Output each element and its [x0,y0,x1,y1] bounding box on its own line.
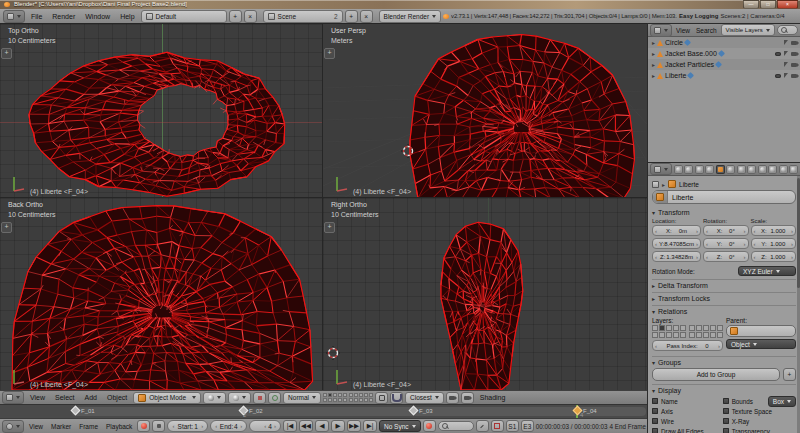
transform-panel-header[interactable]: Transform [652,207,796,216]
tab-constraints-icon[interactable] [726,165,735,174]
layout-add-button[interactable]: + [229,10,242,23]
selectable-icon[interactable] [784,40,788,45]
lock-button[interactable] [375,392,388,404]
viewport-top-ortho[interactable]: Top Ortho 10 Centimeters (4) Liberte <F_… [0,24,322,197]
toolshelf-expand-button[interactable] [1,222,12,233]
clear-take-button[interactable] [491,420,504,432]
selectable-icon[interactable] [784,51,788,56]
renderable-icon[interactable] [791,74,797,78]
delta-transform-panel-header[interactable]: Delta Transform [652,279,796,289]
option-axis[interactable]: Axis [652,406,719,416]
location-x-field[interactable]: X:0m [652,225,701,236]
menu-view[interactable]: View [26,423,46,430]
option-bounds[interactable]: BoundsBox [723,396,796,406]
menu-frame[interactable]: Frame [76,423,101,430]
prev-keyframe-button[interactable]: ◀◀ [299,420,313,432]
outliner-search-input[interactable] [777,25,798,35]
outliner-item-jacket-particles[interactable]: Jacket Particles [648,59,800,70]
scale-x-field[interactable]: X:1.000 [751,225,796,236]
play-reverse-button[interactable]: ◀ [315,420,329,432]
snap-target-selector[interactable]: Closest [405,392,444,404]
tab-scene-icon[interactable] [695,165,704,174]
render-still-button[interactable] [446,392,459,404]
tab-texture-icon[interactable] [768,165,777,174]
pivot-selector[interactable] [228,392,251,404]
expand-icon[interactable] [652,72,655,79]
jump-end-button[interactable]: ▶| [363,420,377,432]
pass-index-field[interactable]: Pass Index:0 [652,340,723,351]
location-z-field[interactable]: Z:1.34828m [652,251,701,262]
minimize-button[interactable]: — [743,0,759,9]
scale-y-field[interactable]: Y:1.000 [751,238,796,249]
menu-playback[interactable]: Playback [103,423,135,430]
e3-button[interactable]: E3 [521,420,534,432]
expand-icon[interactable] [652,39,655,46]
transform-locks-panel-header[interactable]: Transform Locks [652,292,796,302]
viewport-right-ortho[interactable]: Right Ortho 10 Centimeters (4) Liberte <… [323,198,648,390]
add-to-group-button[interactable]: Add to Group [652,368,780,381]
scale-z-field[interactable]: Z:1.000 [751,251,796,262]
groups-panel-header[interactable]: Groups [652,356,796,366]
viewport-shading-selector[interactable] [203,392,226,404]
editor-type-button[interactable] [650,163,672,175]
play-button[interactable]: ▶ [331,420,345,432]
outliner-item-liberte[interactable]: Liberte [648,70,800,81]
menu-view[interactable]: View [674,27,692,34]
scene-add-button[interactable]: + [345,10,358,23]
expand-icon[interactable] [652,61,655,68]
autokey-toggle[interactable] [137,420,150,432]
timeline-marker-active[interactable]: F_04 [574,407,597,414]
toolshelf-expand-button[interactable] [324,48,335,59]
layout-delete-button[interactable]: × [244,10,257,23]
menu-help[interactable]: Help [116,13,138,20]
parent-type-selector[interactable]: Object [726,339,796,349]
edit-take-button[interactable] [476,420,489,432]
menu-search[interactable]: Search [694,27,719,34]
render-anim-button[interactable] [461,392,474,404]
shading-menu[interactable]: Shading [476,394,510,401]
frame-start-field[interactable]: Start: 1 [167,420,208,432]
render-engine-selector[interactable]: Blender Render [379,10,442,23]
record-button[interactable] [423,420,436,432]
scene-delete-button[interactable]: × [360,10,373,23]
next-keyframe-button[interactable]: ▶▶ [347,420,361,432]
tab-material-icon[interactable] [758,165,767,174]
renderable-icon[interactable] [791,41,797,45]
manipulator-rotate-button[interactable] [268,392,281,404]
option-xray[interactable]: X-Ray [723,416,796,426]
tab-particles-icon[interactable] [779,165,788,174]
orientation-selector[interactable]: Normal [283,392,321,404]
viewport-back-ortho[interactable]: Back Ortho 10 Centimeters (4) Liberte <F… [0,198,322,390]
layers-widget[interactable] [652,325,723,338]
location-y-field[interactable]: Y:8.47085cm [652,238,701,249]
rotation-y-field[interactable]: Y:0° [703,238,748,249]
current-frame-field[interactable]: 4 [249,420,281,432]
maximize-button[interactable]: □ [760,0,776,9]
menu-select[interactable]: Select [51,394,78,401]
tab-modifiers-icon[interactable] [737,165,746,174]
display-panel-header[interactable]: Display [652,384,796,394]
mode-selector[interactable]: Object Mode [133,392,201,404]
tab-world-icon[interactable] [705,165,714,174]
pin-icon[interactable] [652,181,659,188]
screen-layout-selector[interactable]: Default [141,10,227,23]
editor-type-button[interactable] [2,391,24,404]
timeline-marker[interactable]: F_03 [410,407,433,414]
menu-file[interactable]: File [27,13,46,20]
selectable-icon[interactable] [784,73,788,78]
timeline-marker[interactable]: F_01 [72,407,95,414]
outliner-filter-selector[interactable]: Visible Layers [721,24,775,36]
menu-window[interactable]: Window [81,13,114,20]
frame-end-field[interactable]: End: 4 [210,420,247,432]
menu-view[interactable]: View [26,394,49,401]
tab-physics-icon[interactable] [789,165,798,174]
outliner-item-circle[interactable]: Circle [648,37,800,48]
rotation-z-field[interactable]: Z:0° [703,251,748,262]
new-group-button[interactable]: + [783,368,796,381]
option-draw-all-edges[interactable]: Draw All Edges [652,426,719,433]
menu-render[interactable]: Render [48,13,79,20]
menu-marker[interactable]: Marker [48,423,74,430]
scene-selector[interactable]: Scene 2 [263,10,343,23]
tab-render-icon[interactable] [674,165,683,174]
take-name-input[interactable] [438,421,474,431]
